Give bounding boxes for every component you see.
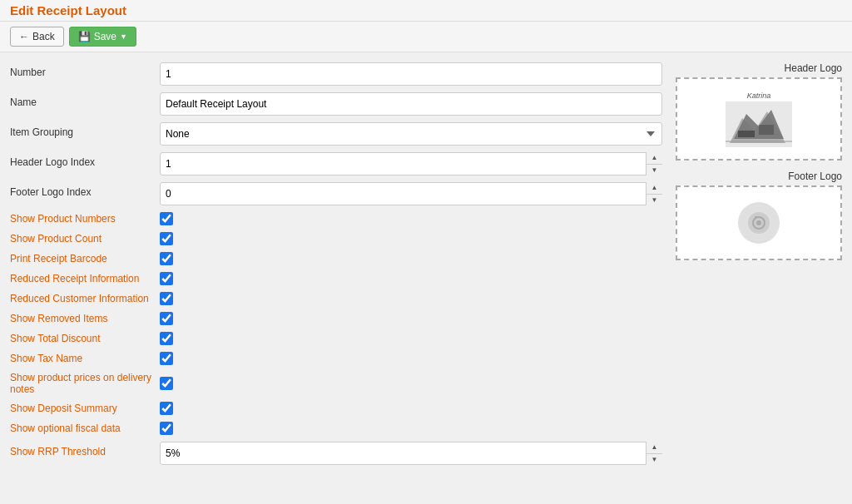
- show-deposit-summary-checkbox[interactable]: [160, 402, 173, 415]
- save-dropdown-arrow: ▼: [120, 32, 127, 41]
- back-button[interactable]: ← Back: [10, 27, 64, 47]
- show-product-prices-delivery-row: Show product prices on delivery notes: [10, 372, 662, 395]
- show-product-count-checkbox[interactable]: [160, 232, 173, 245]
- footer-logo-box[interactable]: [676, 185, 842, 260]
- show-rrp-threshold-row: Show RRP Threshold ▲ ▼: [10, 442, 662, 465]
- show-deposit-summary-row: Show Deposit Summary: [10, 402, 662, 415]
- title-bar: Edit Receipt Layout: [0, 0, 852, 22]
- svg-rect-9: [755, 216, 758, 218]
- print-receipt-barcode-row: Print Receipt Barcode: [10, 252, 662, 265]
- footer-logo-placeholder: [738, 202, 780, 244]
- show-rrp-threshold-down[interactable]: ▼: [646, 454, 662, 466]
- header-logo-index-up[interactable]: ▲: [646, 152, 662, 165]
- header-logo-image: Katrina: [677, 79, 840, 159]
- show-removed-items-row: Show Removed Items: [10, 312, 662, 325]
- name-input[interactable]: [160, 92, 662, 116]
- show-optional-fiscal-checkbox[interactable]: [160, 422, 173, 435]
- show-rrp-threshold-input[interactable]: [160, 442, 662, 465]
- footer-logo-section: Footer Logo: [676, 170, 842, 260]
- show-product-prices-delivery-checkbox[interactable]: [160, 377, 173, 390]
- footer-logo-index-row: Footer Logo Index ▲ ▼: [10, 182, 662, 205]
- show-removed-items-checkbox[interactable]: [160, 312, 173, 325]
- reduced-customer-info-row: Reduced Customer Information: [10, 292, 662, 305]
- save-disk-icon: 💾: [78, 31, 91, 42]
- sidebar: Header Logo Katrina Foo: [676, 62, 842, 472]
- page-title: Edit Receipt Layout: [10, 3, 126, 17]
- logo-company-name: Katrina: [747, 91, 771, 100]
- header-logo-index-spinner-btns: ▲ ▼: [646, 152, 662, 175]
- show-deposit-summary-label: Show Deposit Summary: [10, 403, 160, 414]
- show-product-prices-delivery-label: Show product prices on delivery notes: [10, 372, 160, 395]
- show-rrp-threshold-spinner: ▲ ▼: [160, 442, 662, 465]
- show-product-count-label: Show Product Count: [10, 233, 160, 245]
- header-logo-index-row: Header Logo Index ▲ ▼: [10, 152, 662, 175]
- header-logo-box[interactable]: Katrina: [676, 77, 842, 161]
- svg-rect-4: [759, 125, 774, 135]
- header-logo-label: Header Logo: [676, 62, 842, 74]
- footer-logo-label: Footer Logo: [676, 170, 842, 182]
- show-tax-name-row: Show Tax Name: [10, 352, 662, 365]
- show-total-discount-checkbox[interactable]: [160, 332, 173, 345]
- show-rrp-threshold-label: Show RRP Threshold: [10, 442, 160, 457]
- item-grouping-label: Item Grouping: [10, 122, 160, 138]
- header-logo-index-spinner: ▲ ▼: [160, 152, 662, 175]
- camera-icon: [747, 211, 770, 235]
- reduced-customer-info-checkbox[interactable]: [160, 292, 173, 305]
- name-label: Name: [10, 92, 160, 108]
- show-product-count-row: Show Product Count: [10, 232, 662, 245]
- show-tax-name-checkbox[interactable]: [160, 352, 173, 365]
- toolbar: ← Back 💾 Save ▼: [0, 22, 852, 52]
- reduced-customer-info-label: Reduced Customer Information: [10, 293, 160, 304]
- number-input[interactable]: [160, 62, 662, 86]
- show-product-numbers-checkbox[interactable]: [160, 212, 173, 225]
- item-grouping-select[interactable]: None Category Department: [160, 122, 662, 146]
- save-label: Save: [94, 31, 116, 42]
- reduced-receipt-info-row: Reduced Receipt Information: [10, 272, 662, 285]
- name-row: Name: [10, 92, 662, 116]
- show-optional-fiscal-row: Show optional fiscal data: [10, 422, 662, 435]
- svg-point-8: [756, 220, 761, 225]
- footer-logo-index-up[interactable]: ▲: [646, 182, 662, 195]
- show-product-numbers-row: Show Product Numbers: [10, 212, 662, 225]
- form-area: Number Name Item Grouping None Category …: [10, 62, 662, 472]
- show-removed-items-label: Show Removed Items: [10, 313, 160, 324]
- back-arrow-icon: ←: [19, 31, 29, 42]
- print-receipt-barcode-label: Print Receipt Barcode: [10, 253, 160, 264]
- show-rrp-threshold-spinner-btns: ▲ ▼: [646, 442, 662, 465]
- main-content: Number Name Item Grouping None Category …: [0, 52, 852, 482]
- back-label: Back: [32, 31, 55, 42]
- header-logo-section: Header Logo Katrina: [676, 62, 842, 161]
- save-button[interactable]: 💾 Save ▼: [69, 27, 136, 47]
- show-total-discount-row: Show Total Discount: [10, 332, 662, 345]
- reduced-receipt-info-checkbox[interactable]: [160, 272, 173, 285]
- reduced-receipt-info-label: Reduced Receipt Information: [10, 273, 160, 284]
- footer-logo-index-down[interactable]: ▼: [646, 195, 662, 206]
- number-row: Number: [10, 62, 662, 86]
- print-receipt-barcode-checkbox[interactable]: [160, 252, 173, 265]
- show-rrp-threshold-up[interactable]: ▲: [646, 442, 662, 454]
- show-product-numbers-label: Show Product Numbers: [10, 213, 160, 225]
- svg-rect-3: [738, 131, 755, 137]
- header-logo-index-down[interactable]: ▼: [646, 165, 662, 176]
- item-grouping-row: Item Grouping None Category Department: [10, 122, 662, 146]
- header-logo-index-label: Header Logo Index: [10, 152, 160, 168]
- footer-logo-index-input[interactable]: [160, 182, 662, 205]
- footer-logo-index-label: Footer Logo Index: [10, 182, 160, 198]
- header-logo-index-input[interactable]: [160, 152, 662, 175]
- show-optional-fiscal-label: Show optional fiscal data: [10, 422, 160, 434]
- footer-logo-index-spinner: ▲ ▼: [160, 182, 662, 205]
- footer-logo-index-spinner-btns: ▲ ▼: [646, 182, 662, 205]
- number-label: Number: [10, 62, 160, 78]
- show-total-discount-label: Show Total Discount: [10, 333, 160, 344]
- show-tax-name-label: Show Tax Name: [10, 353, 160, 364]
- header-logo-svg: [726, 101, 792, 147]
